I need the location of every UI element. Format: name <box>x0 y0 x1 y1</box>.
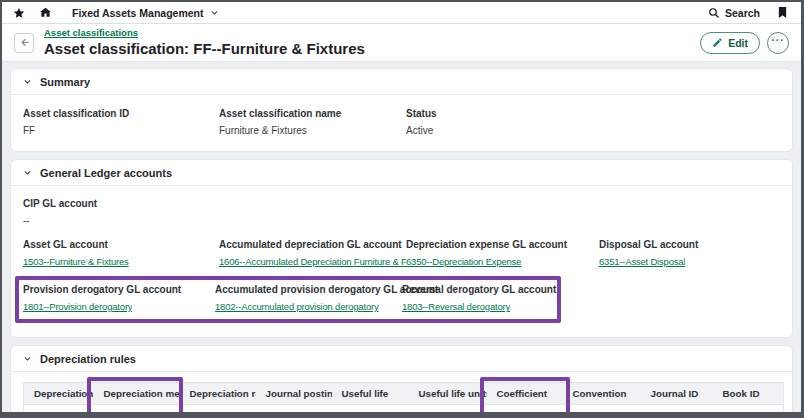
field-label: Asset classification ID <box>23 108 219 119</box>
bookmark-icon[interactable] <box>776 6 789 19</box>
header-actions: Edit ··· <box>700 32 789 54</box>
summary-section-title: Summary <box>40 76 90 88</box>
cell-journal-id: TAX <box>641 405 713 418</box>
gl-section-title: General Ledger accounts <box>40 167 172 179</box>
cell-journal-posting-rule: PR-TAX--PostingR... <box>256 405 332 418</box>
gl-fields: CIP GL account -- Asset GL account 1503-… <box>11 186 792 337</box>
field-label: Accumulated provision derogatory GL acco… <box>215 284 402 295</box>
gl-account-row: Asset GL account 1503--Furniture & Fixtu… <box>23 239 780 267</box>
cell-useful-life-units: Months <box>409 405 487 418</box>
field-accumulated-depreciation-gl-account: Accumulated depreciation GL account 1606… <box>219 239 406 267</box>
derogatory-highlight-box: Provision derogatory GL account 1801--Pr… <box>15 276 561 323</box>
col-coefficient[interactable]: Coefficient <box>487 383 563 405</box>
col-convention[interactable]: Convention <box>563 383 641 405</box>
general-ledger-card: General Ledger accounts CIP GL account -… <box>10 159 793 338</box>
gl-derogatory-row: Provision derogatory GL account 1801--Pr… <box>23 284 551 312</box>
cell-coefficient: 1.25 <box>487 405 563 418</box>
more-actions-button[interactable]: ··· <box>767 32 789 54</box>
status-value: Active <box>406 125 780 136</box>
gl-account-link[interactable]: 1803--Reversal derogatory <box>402 301 510 312</box>
field-reversal-derogatory-gl-account: Reversal derogatory GL account 1803--Rev… <box>402 284 556 312</box>
table-header-row: Depreciation ...↑ Depreciation method De… <box>24 383 784 405</box>
breadcrumb-asset-classifications[interactable]: Asset classifications <box>44 28 138 39</box>
field-provision-derogatory-gl-account: Provision derogatory GL account 1801--Pr… <box>23 284 215 312</box>
chevron-down-icon <box>23 168 32 177</box>
field-asset-classification-name: Asset classification name Furniture & Fi… <box>219 108 406 136</box>
search-label: Search <box>725 7 760 19</box>
field-value: -- <box>23 215 780 226</box>
edit-button-label: Edit <box>728 37 748 49</box>
cell-book-id: T <box>713 405 784 418</box>
field-label: Asset classification name <box>219 108 406 119</box>
field-label: Provision derogatory GL account <box>23 284 215 295</box>
field-asset-classification-id: Asset classification ID FF <box>23 108 219 136</box>
favorites-star-icon[interactable] <box>12 6 25 19</box>
col-depreciation[interactable]: Depreciation ...↑ <box>24 383 94 405</box>
gl-account-link[interactable]: 6350--Depreciation Expense <box>406 256 521 267</box>
rules-section-title: Depreciation rules <box>40 353 136 365</box>
ellipsis-icon: ··· <box>772 35 785 46</box>
app-name: Fixed Assets Management <box>72 7 204 19</box>
field-asset-gl-account: Asset GL account 1503--Furniture & Fixtu… <box>23 239 219 267</box>
col-useful-life-units[interactable]: Useful life units <box>409 383 487 405</box>
field-status: Status Active <box>406 108 780 136</box>
gl-account-link[interactable]: 1606--Accumulated Depreciation Furniture… <box>219 256 406 267</box>
chevron-down-icon <box>23 77 32 86</box>
field-cip-gl-account: CIP GL account -- <box>23 198 780 226</box>
summary-fields: Asset classification ID FF Asset classif… <box>11 95 792 151</box>
search-icon <box>708 6 721 19</box>
app-switcher[interactable]: Fixed Assets Management <box>66 6 221 19</box>
app-window: Fixed Assets Management Search Asset cla… <box>0 0 804 418</box>
cell-useful-life: 36 <box>332 405 409 418</box>
summary-card: Summary Asset classification ID FF Asset… <box>10 68 793 152</box>
depreciation-rules-card: Depreciation rules Depreciation ...↑ Dep… <box>10 345 793 418</box>
back-button[interactable] <box>14 33 34 53</box>
col-depreciation-rate[interactable]: Depreciation rate ... <box>180 383 256 405</box>
top-bar: Fixed Assets Management Search <box>2 2 801 24</box>
field-label: Depreciation expense GL account <box>406 239 599 250</box>
table-row[interactable]: 57 DER--Derogatory PR-TAX--PostingR... 3… <box>24 405 784 418</box>
field-label: Reversal derogatory GL account <box>402 284 556 295</box>
gl-account-link[interactable]: 1503--Furniture & Fixtures <box>23 256 129 267</box>
chevron-down-icon <box>23 354 32 363</box>
page-header: Asset classifications Asset classificati… <box>2 24 801 62</box>
gl-account-link[interactable]: 1801--Provision derogatory <box>23 301 132 312</box>
col-book-id[interactable]: Book ID <box>713 383 784 405</box>
chevron-down-icon <box>208 6 221 19</box>
page-content: Summary Asset classification ID FF Asset… <box>2 62 801 418</box>
cell-convention: Full month <box>563 405 641 418</box>
depreciation-rules-table: Depreciation ...↑ Depreciation method De… <box>23 382 784 418</box>
field-label: Disposal GL account <box>599 239 780 250</box>
field-label: Status <box>406 108 780 119</box>
field-label: CIP GL account <box>23 198 780 209</box>
col-journal-posting-rule[interactable]: Journal posting rule <box>256 383 332 405</box>
field-accumulated-provision-derogatory-gl-account: Accumulated provision derogatory GL acco… <box>215 284 402 312</box>
home-icon[interactable] <box>39 6 52 19</box>
edit-button[interactable]: Edit <box>700 32 760 54</box>
field-disposal-gl-account: Disposal GL account 6351--Asset Disposal <box>599 239 780 267</box>
field-label: Accumulated depreciation GL account <box>219 239 406 250</box>
gl-section-header[interactable]: General Ledger accounts <box>11 160 792 186</box>
rules-table-area: Depreciation ...↑ Depreciation method De… <box>11 372 792 418</box>
col-useful-life[interactable]: Useful life <box>332 383 409 405</box>
gl-account-link[interactable]: 1802--Accumulated provision derogatory <box>215 301 379 312</box>
cell-depreciation-rate <box>180 405 256 418</box>
field-value: Furniture & Fixtures <box>219 125 406 136</box>
cell-depreciation: 57 <box>24 405 94 418</box>
topbar-actions: Search <box>708 6 789 19</box>
summary-section-header[interactable]: Summary <box>11 69 792 95</box>
gl-account-link[interactable]: 6351--Asset Disposal <box>599 256 685 267</box>
title-block: Asset classifications Asset classificati… <box>44 28 365 57</box>
field-label: Asset GL account <box>23 239 219 250</box>
col-journal-id[interactable]: Journal ID <box>641 383 713 405</box>
field-depreciation-expense-gl-account: Depreciation expense GL account 6350--De… <box>406 239 599 267</box>
col-depreciation-method[interactable]: Depreciation method <box>94 383 180 405</box>
page-title: Asset classification: FF--Furniture & Fi… <box>44 40 365 57</box>
pencil-icon <box>712 37 723 48</box>
rules-section-header[interactable]: Depreciation rules <box>11 346 792 372</box>
global-search[interactable]: Search <box>708 6 760 19</box>
field-value: FF <box>23 125 219 136</box>
cell-depreciation-method: DER--Derogatory <box>94 405 180 418</box>
